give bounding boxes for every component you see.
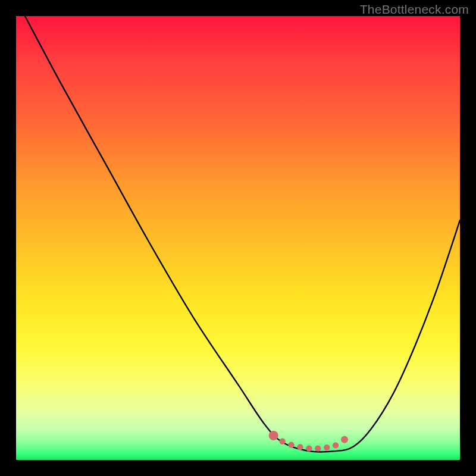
chart-frame: TheBottleneck.com [0, 0, 476, 476]
marker-dot [269, 431, 278, 440]
marker-dot [324, 444, 330, 450]
watermark-text: TheBottleneck.com [360, 2, 469, 17]
marker-dot [333, 442, 339, 448]
marker-dot [279, 439, 285, 444]
bottleneck-curve [25, 16, 460, 452]
marker-dot [288, 441, 294, 447]
chart-svg [16, 16, 460, 460]
marker-dot [341, 436, 348, 443]
marker-dot [297, 444, 303, 450]
marker-dot [315, 445, 321, 451]
marker-dot [306, 445, 312, 451]
plot-area [16, 16, 460, 460]
optimal-range-markers [269, 431, 348, 452]
